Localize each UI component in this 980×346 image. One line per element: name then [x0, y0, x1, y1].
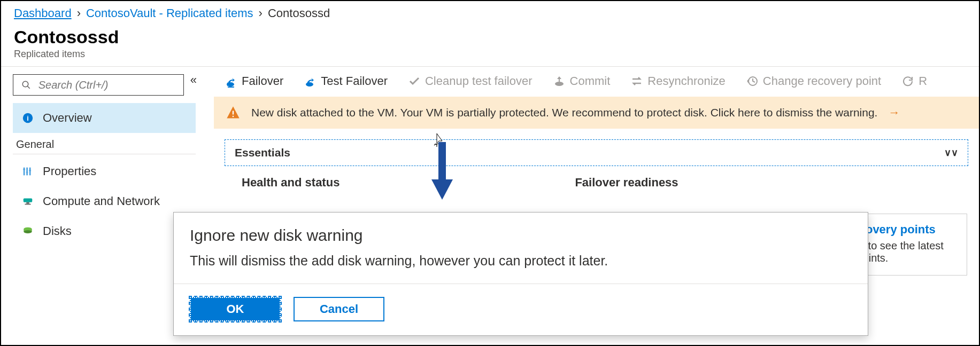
- sidebar-item-overview[interactable]: i Overview: [13, 103, 196, 133]
- breadcrumb: Dashboard › ContosoVault - Replicated it…: [1, 1, 979, 25]
- toolbar-label: Failover: [242, 74, 283, 88]
- breadcrumb-dashboard[interactable]: Dashboard: [14, 6, 72, 20]
- svg-rect-10: [24, 199, 33, 202]
- breadcrumb-current: Contosossd: [268, 6, 330, 20]
- toolbar-label: Test Failover: [321, 74, 388, 88]
- change-recovery-point-button[interactable]: Change recovery point: [746, 74, 881, 88]
- svg-point-14: [24, 230, 32, 233]
- sidebar-item-compute-network[interactable]: Compute and Network: [13, 186, 196, 216]
- compute-network-icon: [20, 194, 35, 209]
- essentials-panel[interactable]: Essentials ∨∨: [225, 139, 968, 166]
- essentials-label: Essentials: [235, 146, 290, 159]
- disks-icon: [20, 224, 35, 239]
- svg-rect-19: [233, 111, 234, 115]
- chevron-down-double-icon: ∨∨: [944, 147, 958, 159]
- commit-button[interactable]: Commit: [553, 74, 611, 88]
- commit-icon: [553, 75, 566, 88]
- sidebar-item-label: Properties: [43, 164, 96, 178]
- sidebar-item-properties[interactable]: Properties: [13, 156, 196, 186]
- sidebar-item-label: Disks: [43, 224, 72, 238]
- ok-button[interactable]: OK: [190, 297, 281, 321]
- sidebar-item-label: Compute and Network: [43, 194, 160, 208]
- breadcrumb-vault[interactable]: ContosoVault - Replicated items: [86, 6, 253, 20]
- svg-rect-12: [25, 204, 31, 205]
- cancel-button[interactable]: Cancel: [294, 297, 384, 321]
- svg-point-9: [29, 169, 31, 171]
- chevron-right-icon: ›: [259, 6, 263, 20]
- search-input[interactable]: [13, 74, 184, 96]
- svg-text:i: i: [27, 114, 29, 122]
- sidebar-item-label: Overview: [43, 111, 92, 125]
- properties-icon: [20, 164, 35, 179]
- arrow-right-icon: →: [888, 106, 900, 120]
- chevron-right-icon: ›: [77, 6, 81, 20]
- page-title: Contosossd: [14, 27, 966, 48]
- svg-line-1: [28, 86, 30, 89]
- warning-text: New disk attached to the VM. Your VM is …: [251, 106, 877, 119]
- panel-health-status: Health and status: [242, 176, 339, 190]
- toolbar-label: Resynchronize: [647, 74, 726, 88]
- svg-point-0: [23, 81, 29, 87]
- panel-failover-readiness: Failover readiness: [575, 176, 678, 190]
- search-icon: [20, 77, 33, 92]
- warning-icon: [226, 105, 241, 120]
- toolbar-label: R: [919, 74, 927, 88]
- warning-banner[interactable]: New disk attached to the VM. Your VM is …: [214, 97, 979, 129]
- reprotect-button[interactable]: R: [901, 74, 927, 88]
- page-header: Contosossd Replicated items: [1, 25, 979, 66]
- resync-icon: [630, 75, 643, 88]
- resynchronize-button[interactable]: Resynchronize: [630, 74, 726, 88]
- svg-point-17: [555, 82, 564, 86]
- svg-point-7: [23, 169, 25, 171]
- cleanup-test-failover-button[interactable]: Cleanup test failover: [408, 74, 533, 88]
- checkmark-icon: [408, 75, 421, 88]
- sidebar-section-general: General: [13, 133, 196, 154]
- test-failover-icon: [304, 75, 317, 88]
- search-field[interactable]: [38, 79, 177, 91]
- ignore-warning-dialog: Ignore new disk warning This will dismis…: [173, 212, 868, 336]
- test-failover-button[interactable]: Test Failover: [304, 74, 388, 88]
- reprotect-icon: [901, 75, 914, 88]
- history-icon: [746, 75, 759, 88]
- toolbar-label: Cleanup test failover: [425, 74, 533, 88]
- svg-rect-11: [26, 202, 29, 204]
- toolbar-label: Change recovery point: [763, 74, 881, 88]
- toolbar: Failover Test Failover Cleanup test fail…: [214, 73, 979, 97]
- svg-point-8: [26, 171, 28, 174]
- sidebar-item-disks[interactable]: Disks: [13, 216, 196, 246]
- page-subtitle: Replicated items: [14, 49, 966, 60]
- svg-point-15: [227, 82, 234, 86]
- svg-rect-20: [233, 116, 234, 117]
- toolbar-label: Commit: [570, 74, 611, 88]
- failover-icon: [225, 75, 237, 88]
- dialog-body: This will dismiss the add disk warning, …: [190, 253, 852, 269]
- collapse-sidebar-icon[interactable]: «: [190, 73, 197, 87]
- failover-button[interactable]: Failover: [225, 74, 283, 88]
- info-icon: i: [20, 111, 35, 125]
- status-panels: Health and status Failover readiness: [214, 166, 979, 190]
- dialog-title: Ignore new disk warning: [190, 226, 852, 245]
